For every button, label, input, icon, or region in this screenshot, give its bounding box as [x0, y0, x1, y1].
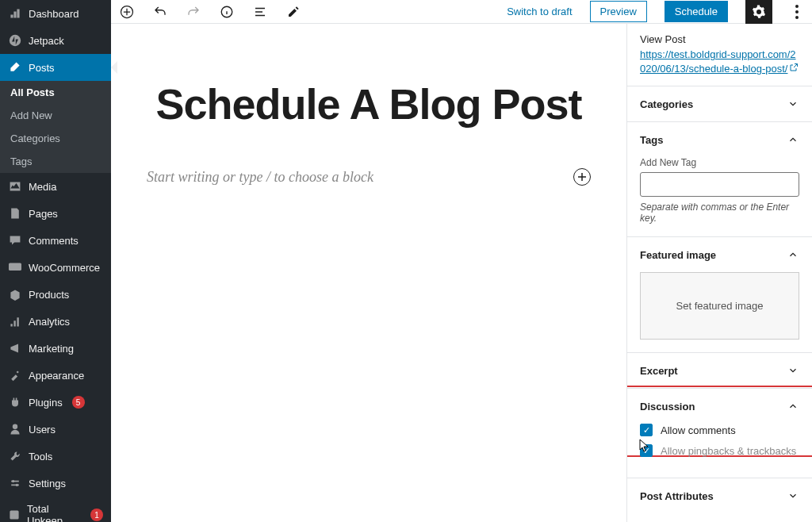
- main-column: Switch to draft Preview Schedule Schedul…: [111, 0, 812, 522]
- settings-toggle-button[interactable]: [745, 0, 772, 24]
- upkeep-badge: 1: [90, 509, 103, 521]
- sidebar-label: Marketing: [29, 343, 74, 355]
- admin-sidebar: Dashboard Jetpack Posts All Posts Add Ne…: [0, 0, 111, 522]
- sidebar-label: Settings: [29, 478, 66, 489]
- marketing-icon: [8, 341, 22, 355]
- outline-button[interactable]: [252, 4, 268, 20]
- posts-icon: [8, 60, 22, 75]
- discussion-title: Discussion: [640, 401, 695, 413]
- sidebar-item-users[interactable]: Users: [0, 416, 111, 443]
- editor-canvas[interactable]: Schedule A Blog Post Start writing or ty…: [111, 24, 626, 522]
- sidebar-label: Users: [29, 424, 56, 436]
- sidebar-item-comments[interactable]: Comments: [0, 227, 111, 254]
- featured-image-toggle[interactable]: Featured image: [627, 237, 812, 272]
- tags-toggle[interactable]: Tags: [627, 122, 812, 157]
- sidebar-item-products[interactable]: Products: [0, 281, 111, 308]
- sidebar-item-appearance[interactable]: Appearance: [0, 362, 111, 389]
- excerpt-toggle[interactable]: Excerpt: [627, 353, 812, 388]
- view-post-label: View Post: [640, 33, 799, 45]
- sidebar-label: Comments: [29, 235, 79, 247]
- chevron-up-icon: [787, 248, 799, 261]
- set-featured-image-button[interactable]: Set featured image: [640, 272, 799, 340]
- sidebar-item-marketing[interactable]: Marketing: [0, 335, 111, 362]
- post-attributes-toggle[interactable]: Post Attributes: [627, 478, 812, 513]
- tags-helper-text: Separate with commas or the Enter key.: [640, 202, 799, 224]
- tools-icon: [8, 449, 22, 463]
- settings-panel: View Post https://test.boldgrid-support.…: [626, 24, 812, 522]
- sidebar-item-plugins[interactable]: Plugins5: [0, 389, 111, 416]
- sidebar-label: Tools: [29, 451, 52, 463]
- sidebar-item-posts[interactable]: Posts: [0, 54, 111, 81]
- sidebar-item-tools[interactable]: Tools: [0, 443, 111, 470]
- sidebar-item-dashboard[interactable]: Dashboard: [0, 0, 111, 27]
- undo-button[interactable]: [152, 4, 168, 20]
- sidebar-item-analytics[interactable]: Analytics: [0, 308, 111, 335]
- svg-point-3: [12, 480, 14, 482]
- sidebar-item-jetpack[interactable]: Jetpack: [0, 27, 111, 54]
- add-block-button[interactable]: [119, 4, 135, 20]
- categories-title: Categories: [640, 98, 693, 110]
- categories-toggle[interactable]: Categories: [627, 86, 812, 121]
- featured-image-title: Featured image: [640, 249, 716, 261]
- permalink-text: https://test.boldgrid-support.com/2020/0…: [640, 48, 796, 75]
- add-tag-label: Add New Tag: [640, 157, 799, 168]
- external-link-icon: [789, 62, 799, 76]
- tags-title: Tags: [640, 134, 663, 146]
- switch-to-draft-link[interactable]: Switch to draft: [507, 6, 572, 17]
- add-tag-input[interactable]: [640, 172, 799, 197]
- svg-point-10: [795, 10, 799, 13]
- svg-point-4: [16, 484, 18, 486]
- jetpack-icon: [8, 33, 22, 48]
- sidebar-label: Pages: [29, 208, 58, 220]
- sidebar-label: Dashboard: [29, 8, 79, 20]
- sidebar-label: Total Upkeep: [27, 503, 81, 522]
- preview-button[interactable]: Preview: [590, 1, 647, 22]
- svg-rect-5: [10, 510, 18, 519]
- excerpt-title: Excerpt: [640, 365, 678, 377]
- media-icon: [8, 179, 22, 194]
- sidebar-sub-categories[interactable]: Categories: [0, 127, 111, 150]
- allow-pingbacks-checkbox[interactable]: ✓: [640, 444, 653, 457]
- allow-comments-label: Allow comments: [661, 424, 736, 436]
- woocommerce-icon: [8, 260, 22, 274]
- svg-rect-1: [9, 263, 21, 271]
- chevron-down-icon: [787, 489, 799, 502]
- chevron-up-icon: [787, 133, 799, 146]
- users-icon: [8, 422, 22, 436]
- products-icon: [8, 287, 22, 301]
- sidebar-item-settings[interactable]: Settings: [0, 470, 111, 497]
- chevron-down-icon: [787, 364, 799, 377]
- sidebar-label: Plugins: [29, 397, 63, 409]
- svg-point-9: [795, 5, 799, 8]
- sidebar-label: Posts: [29, 62, 55, 74]
- sidebar-label: Jetpack: [29, 35, 64, 47]
- info-button[interactable]: [219, 4, 235, 20]
- edit-button[interactable]: [285, 4, 301, 20]
- svg-point-0: [10, 35, 21, 46]
- pages-icon: [8, 206, 22, 221]
- sidebar-sub-all-posts[interactable]: All Posts: [0, 81, 111, 104]
- sidebar-sub-add-new[interactable]: Add New: [0, 104, 111, 127]
- chevron-down-icon: [787, 98, 799, 110]
- sidebar-item-woocommerce[interactable]: WooCommerce: [0, 254, 111, 281]
- more-options-button[interactable]: [790, 0, 804, 24]
- sidebar-label: Appearance: [29, 370, 84, 382]
- comments-icon: [8, 233, 22, 248]
- add-block-inline-button[interactable]: [573, 168, 591, 186]
- block-placeholder[interactable]: Start writing or type / to choose a bloc…: [147, 169, 573, 186]
- redo-button[interactable]: [186, 4, 201, 20]
- sidebar-label: Products: [29, 289, 69, 301]
- allow-comments-checkbox[interactable]: ✓: [640, 424, 653, 436]
- editor-body: Schedule A Blog Post Start writing or ty…: [111, 24, 812, 522]
- sidebar-item-pages[interactable]: Pages: [0, 200, 111, 227]
- sidebar-item-total-upkeep[interactable]: Total Upkeep1: [0, 497, 111, 522]
- sidebar-item-media[interactable]: Media: [0, 173, 111, 200]
- discussion-toggle[interactable]: Discussion: [627, 389, 812, 424]
- sidebar-sub-tags[interactable]: Tags: [0, 150, 111, 173]
- dashboard-icon: [8, 6, 22, 21]
- upkeep-icon: [8, 508, 21, 522]
- permalink-link[interactable]: https://test.boldgrid-support.com/2020/0…: [640, 48, 799, 75]
- allow-pingbacks-label: Allow pingbacks & trackbacks: [661, 445, 796, 457]
- post-title[interactable]: Schedule A Blog Post: [147, 79, 591, 129]
- schedule-button[interactable]: Schedule: [665, 1, 728, 22]
